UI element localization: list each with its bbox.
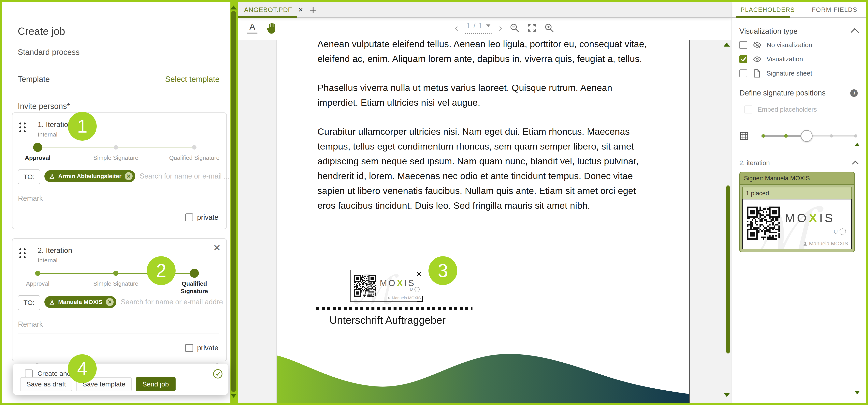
- zoom-out-icon[interactable]: [509, 23, 520, 33]
- step-dot-qualified-signature[interactable]: [192, 145, 196, 150]
- scroll-up-arrow[interactable]: [855, 143, 860, 146]
- add-document-icon[interactable]: +: [310, 3, 317, 17]
- signature-placeholder-stamp[interactable]: ℳ MOXIS ✕ U Manuela MOXIS: [350, 270, 423, 302]
- caret-down-icon: [486, 25, 490, 27]
- drag-handle-icon[interactable]: [19, 123, 26, 132]
- recipient-input[interactable]: Manuela MOXIS ✕ Search for name or e-mai…: [44, 295, 229, 311]
- remove-stamp-icon[interactable]: ✕: [416, 270, 422, 278]
- stamp-size-slider[interactable]: [762, 130, 856, 142]
- stamp-badge: U: [410, 287, 420, 292]
- pdf-scroll-area[interactable]: Aenean vulputate eleifend tellus. Aenean…: [238, 40, 731, 403]
- iteration-type: Internal: [38, 257, 57, 264]
- step-label-qualified-signature[interactable]: Qualified Signature: [169, 154, 220, 162]
- step-dot-simple-signature[interactable]: [113, 271, 118, 276]
- signature-dotted-line: [316, 307, 472, 310]
- placeholders-panel: PLACEHOLDERS FORM FIELDS Visualization t…: [731, 2, 866, 403]
- signature-sheet-checkbox[interactable]: [739, 69, 747, 77]
- visualization-checkbox[interactable]: [739, 55, 747, 63]
- scroll-down-arrow[interactable]: [723, 393, 730, 397]
- embed-placeholders-checkbox[interactable]: [745, 105, 752, 114]
- step-label-approval[interactable]: Approval: [12, 280, 63, 287]
- step-label-simple-signature[interactable]: Simple Signature: [90, 280, 142, 287]
- recipient-chip[interactable]: Manuela MOXIS ✕: [44, 296, 116, 308]
- scroll-up-arrow[interactable]: [230, 5, 237, 9]
- private-option[interactable]: private: [181, 213, 218, 221]
- job-actions-bar: Create another job Save as draft Save te…: [12, 364, 228, 395]
- placed-count: 1 placed: [743, 187, 851, 199]
- step-label-approval[interactable]: Approval: [12, 154, 63, 162]
- remark-input[interactable]: Remark: [18, 194, 219, 208]
- remove-recipient-icon[interactable]: ✕: [125, 172, 132, 180]
- slider-stop[interactable]: [854, 134, 857, 137]
- step-label-qualified-signature[interactable]: Qualified Signature: [169, 280, 220, 295]
- slider-stop[interactable]: [784, 134, 788, 138]
- info-icon[interactable]: i: [850, 89, 858, 97]
- tab-form-fields[interactable]: FORM FIELDS: [812, 6, 857, 13]
- private-label: private: [197, 344, 218, 352]
- private-option[interactable]: private: [181, 344, 218, 352]
- next-page-icon[interactable]: ›: [499, 23, 502, 33]
- signer-header: Signer: Manuela MOXIS: [740, 173, 854, 185]
- private-checkbox[interactable]: [185, 344, 193, 352]
- option-no-visualization[interactable]: No visualization: [739, 40, 858, 50]
- scroll-down-arrow[interactable]: [230, 394, 237, 398]
- template-label: Template: [18, 75, 50, 84]
- send-job-button[interactable]: Send job: [136, 377, 176, 391]
- step-dot-approval[interactable]: [33, 143, 42, 152]
- grid-icon[interactable]: [739, 131, 749, 141]
- spinner-icon: [414, 287, 420, 292]
- tab-placeholders[interactable]: PLACEHOLDERS: [741, 6, 795, 13]
- slider-knob[interactable]: [801, 130, 812, 142]
- stamp-badge: U: [834, 228, 846, 235]
- qr-code: [747, 207, 780, 241]
- private-checkbox[interactable]: [185, 213, 193, 221]
- private-label: private: [197, 213, 218, 221]
- scroll-down-arrow[interactable]: [855, 391, 860, 394]
- close-tab-icon[interactable]: ✕: [298, 6, 303, 13]
- drag-handle-icon[interactable]: [19, 248, 26, 258]
- fullscreen-icon[interactable]: [527, 23, 537, 33]
- page-indicator[interactable]: 1 / 1: [465, 22, 492, 34]
- recipient-search-placeholder: Search for name or e-mail ...: [140, 172, 229, 180]
- step-label-simple-signature[interactable]: Simple Signature: [90, 154, 142, 162]
- person-icon: [803, 241, 808, 246]
- moxis-logo: MOXIS: [785, 211, 835, 225]
- step-dot-qualified-signature[interactable]: [190, 269, 199, 278]
- recipient-chip[interactable]: Armin Abteilungsleiter ✕: [44, 170, 135, 182]
- select-template-link[interactable]: Select template: [165, 75, 220, 84]
- collapse-section-icon[interactable]: [850, 28, 859, 36]
- recipient-input[interactable]: Armin Abteilungsleiter ✕ Search for name…: [44, 169, 229, 185]
- previous-page-icon[interactable]: ‹: [455, 23, 458, 33]
- pdf-scrollbar[interactable]: [726, 185, 730, 353]
- page-indicator-value: 1 / 1: [466, 22, 483, 30]
- active-tab-underline: [238, 16, 297, 18]
- create-another-job-checkbox[interactable]: [25, 370, 33, 377]
- step-dot-approval[interactable]: [35, 271, 40, 276]
- save-as-draft-button[interactable]: Save as draft: [20, 377, 72, 391]
- scroll-up-arrow[interactable]: [723, 42, 730, 46]
- signature-visualization-preview[interactable]: ℳ MOXIS U Manuela MOXIS: [742, 199, 852, 249]
- left-panel-scrollbar[interactable]: [231, 11, 236, 392]
- person-icon: [48, 299, 56, 306]
- iteration-card-2: 2. Iteration Internal ✕ Approval Simple …: [12, 238, 227, 362]
- option-signature-sheet[interactable]: Signature sheet: [739, 69, 858, 78]
- option-visualization[interactable]: Visualization: [739, 55, 858, 64]
- qr-code: [354, 275, 376, 298]
- invite-persons-label: Invite persons*: [18, 102, 227, 111]
- embed-placeholders-option[interactable]: Embed placeholders: [739, 105, 858, 114]
- step-dot-simple-signature[interactable]: [114, 145, 118, 150]
- zoom-in-icon[interactable]: [544, 23, 554, 33]
- collapse-section-icon[interactable]: [852, 161, 859, 167]
- validation-check-icon: [213, 369, 223, 379]
- hand-pan-tool-icon[interactable]: [265, 20, 278, 36]
- slider-stop[interactable]: [762, 134, 765, 138]
- remove-recipient-icon[interactable]: ✕: [106, 298, 114, 306]
- remark-input[interactable]: Remark: [18, 320, 219, 334]
- annotation-marker-3: 3: [429, 256, 457, 285]
- no-visualization-checkbox[interactable]: [739, 41, 747, 49]
- slider-stop[interactable]: [830, 134, 833, 137]
- text-annotation-tool[interactable]: A: [247, 22, 257, 34]
- resize-handle[interactable]: [417, 296, 423, 302]
- tab-angebot-pdf[interactable]: ANGEBOT.PDF ✕: [244, 2, 303, 18]
- close-iteration-icon[interactable]: ✕: [213, 243, 221, 252]
